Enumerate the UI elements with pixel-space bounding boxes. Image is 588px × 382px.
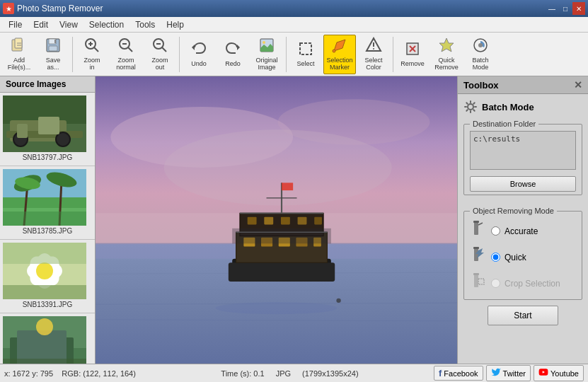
object-removing-mode-legend: Object Removing Mode <box>470 207 557 215</box>
source-item-name-3: SNB13391.JPG <box>3 299 92 310</box>
source-item-3[interactable]: SNB13391.JPG <box>0 240 95 313</box>
svg-rect-104 <box>474 248 478 261</box>
quick-label: Quick <box>505 253 526 262</box>
svg-rect-88 <box>264 217 273 225</box>
maximize-button[interactable]: □ <box>559 2 572 15</box>
zoom-normal-button[interactable]: Zoomnormal <box>110 35 142 74</box>
selection-marker-label: SelectionMarker <box>326 57 352 71</box>
svg-point-98 <box>216 302 338 314</box>
select-label: Select <box>296 61 314 68</box>
title-bar-left: ★ Photo Stamp Remover <box>3 3 103 14</box>
svg-point-99 <box>336 299 340 303</box>
browse-button[interactable]: Browse <box>470 176 576 192</box>
crop-mode-icon <box>470 273 487 294</box>
svg-point-22 <box>263 41 265 44</box>
batch-mode-icon <box>472 37 489 56</box>
svg-rect-79 <box>229 262 335 282</box>
facebook-label: Facebook <box>444 369 478 378</box>
menu-view[interactable]: View <box>54 18 83 31</box>
svg-rect-108 <box>478 279 484 284</box>
batch-mode-button[interactable]: BatchMode <box>464 35 497 74</box>
toolbox-header: Toolbox ✕ <box>458 76 588 94</box>
app-icon: ★ <box>3 3 14 14</box>
svg-marker-19 <box>192 45 195 50</box>
source-item-4[interactable]: sNB12579.JPG <box>0 313 95 364</box>
svg-rect-62 <box>17 330 67 364</box>
svg-point-56 <box>36 262 53 279</box>
main-image <box>96 76 457 364</box>
undo-button[interactable]: Undo <box>183 35 215 74</box>
add-files-button[interactable]: AddFile(s)... <box>3 35 35 74</box>
source-item-1[interactable]: SNB13797.JPG <box>0 93 95 166</box>
separator-4 <box>393 37 393 72</box>
quick-row: Quick <box>470 244 576 270</box>
select-color-button[interactable]: SelectColor <box>357 35 390 74</box>
source-thumb-4 <box>3 316 86 364</box>
save-as-button[interactable]: Saveas... <box>37 35 69 74</box>
menu-selection[interactable]: Selection <box>83 18 129 31</box>
crop-selection-label: Crop Selection <box>505 279 560 289</box>
separator-1 <box>72 37 73 72</box>
redo-button[interactable]: Redo <box>217 35 249 74</box>
svg-rect-107 <box>473 273 479 275</box>
svg-rect-101 <box>474 222 478 235</box>
status-center: Time (s): 0.1 JPG (1799x1395x24) <box>146 369 434 378</box>
select-color-label: SelectColor <box>364 57 382 71</box>
svg-line-16 <box>162 47 166 52</box>
batch-mode-header: Batch Mode <box>463 100 582 114</box>
crop-selection-row: Crop Selection <box>470 270 576 296</box>
menu-edit[interactable]: Edit <box>28 18 54 31</box>
svg-point-63 <box>36 318 53 335</box>
original-image-label: OriginalImage <box>255 57 277 71</box>
source-panel-list[interactable]: SNB13797.JPG SNB13785.JPG <box>0 93 95 364</box>
remove-button[interactable]: Remove <box>396 35 429 74</box>
zoom-out-button[interactable]: - Zoomout <box>144 35 176 74</box>
svg-rect-58 <box>3 285 86 299</box>
svg-rect-94 <box>282 183 293 190</box>
separator-3 <box>286 37 287 72</box>
svg-rect-97 <box>232 228 331 243</box>
batch-mode-label: BatchMode <box>472 57 488 71</box>
zoom-in-button[interactable]: Zoomin <box>76 35 108 74</box>
svg-point-27 <box>373 48 374 50</box>
menu-help[interactable]: Help <box>161 18 190 31</box>
redo-label: Redo <box>225 61 241 68</box>
separator-2 <box>179 37 180 72</box>
youtube-button[interactable]: Youtube <box>534 365 584 381</box>
source-thumb-1 <box>3 96 86 152</box>
select-button[interactable]: Select <box>289 35 322 74</box>
menu-tools[interactable]: Tools <box>129 18 161 31</box>
save-icon <box>45 37 62 56</box>
facebook-button[interactable]: f Facebook <box>434 366 483 381</box>
svg-rect-106 <box>474 274 478 287</box>
svg-rect-87 <box>248 217 257 225</box>
destination-folder-legend: Destination Folder <box>470 120 538 128</box>
image-area[interactable] <box>96 76 457 364</box>
youtube-label: Youtube <box>550 369 579 378</box>
svg-rect-41 <box>38 117 59 134</box>
twitter-label: Twitter <box>503 369 526 378</box>
facebook-icon: f <box>439 368 442 378</box>
source-item-name-2: SNB13785.JPG <box>3 226 92 236</box>
quick-radio[interactable] <box>491 253 500 262</box>
original-image-button[interactable]: OriginalImage <box>250 35 283 74</box>
status-bar: x: 1672 y: 795 RGB: (122, 112, 164) Time… <box>0 364 588 382</box>
quick-remove-button[interactable]: QuickRemove <box>430 35 463 74</box>
zoom-out-label: Zoomout <box>151 57 168 71</box>
batch-mode-gear-icon <box>463 100 478 114</box>
minimize-button[interactable]: — <box>546 2 558 15</box>
crop-selection-radio <box>491 279 500 288</box>
twitter-button[interactable]: Twitter <box>486 365 531 381</box>
menu-file[interactable]: File <box>3 18 28 31</box>
zoom-out-icon: - <box>151 37 168 56</box>
youtube-icon <box>538 367 548 379</box>
accurate-radio[interactable] <box>491 226 500 236</box>
select-color-icon <box>365 37 382 56</box>
destination-folder-input[interactable] <box>470 131 576 170</box>
toolbox-close-button[interactable]: ✕ <box>574 79 582 91</box>
start-button[interactable]: Start <box>488 306 558 325</box>
source-item-2[interactable]: SNB13785.JPG <box>0 166 95 240</box>
svg-rect-57 <box>3 243 86 264</box>
selection-marker-button[interactable]: SelectionMarker <box>323 35 356 74</box>
close-button[interactable]: ✕ <box>572 2 585 15</box>
